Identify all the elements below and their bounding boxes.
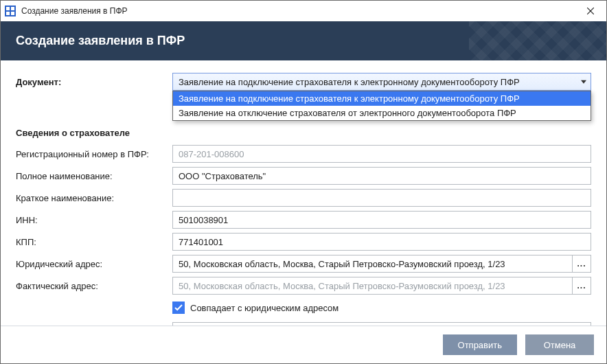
ellipsis-icon: ... [577,259,586,269]
document-option-disconnect[interactable]: Заявление на отключение страхователя от … [173,106,591,120]
input-full-name[interactable] [172,167,591,185]
page-header: Создание заявления в ПФР [1,21,606,60]
svg-rect-4 [11,12,14,15]
row-same-address: Совпадает с юридическим адресом [16,299,591,318]
label-short-name: Краткое наименование: [16,193,172,203]
actual-address-picker-button[interactable]: ... [572,277,591,295]
document-select-value: Заявление на подключение страхователя к … [179,77,520,87]
row-inn: ИНН: [16,211,591,229]
input-phone[interactable] [172,322,591,326]
submit-button[interactable]: Отправить [443,334,517,355]
input-inn[interactable] [172,211,591,229]
footer: Отправить Отмена [1,326,606,363]
legal-address-picker-button[interactable]: ... [572,255,591,273]
input-reg-number[interactable] [172,145,591,163]
titlebar: Создание заявления в ПФР [1,1,606,21]
input-short-name[interactable] [172,189,591,207]
row-short-name: Краткое наименование: [16,189,591,207]
input-actual-address[interactable] [172,277,572,295]
label-kpp: КПП: [16,237,172,247]
label-document: Документ: [16,77,172,87]
input-legal-address[interactable] [172,255,572,273]
cancel-button[interactable]: Отмена [525,334,594,355]
window: Создание заявления в ПФР Создание заявле… [0,0,607,364]
content-area: Документ: Заявление на подключение страх… [1,60,606,326]
chevron-down-icon [581,80,586,84]
svg-rect-2 [11,7,14,10]
row-document: Документ: Заявление на подключение страх… [16,73,591,91]
ellipsis-icon: ... [577,281,586,291]
window-close-button[interactable] [575,1,606,21]
section-insurer-title: Сведения о страхователе [16,128,591,138]
row-actual-address: Фактический адрес: ... [16,277,591,295]
input-kpp[interactable] [172,233,591,251]
page-title: Создание заявления в ПФР [16,34,185,47]
checkbox-same-address[interactable] [172,302,185,314]
window-title: Создание заявления в ПФР [21,6,575,16]
document-select[interactable]: Заявление на подключение страхователя к … [172,73,591,91]
row-phone: Телефон: [16,322,591,326]
svg-rect-3 [6,12,10,15]
label-legal-address: Юридический адрес: [16,259,172,269]
label-same-address: Совпадает с юридическим адресом [190,303,339,313]
app-icon [5,5,16,16]
svg-rect-1 [6,7,10,10]
document-dropdown: Заявление на подключение страхователя к … [172,91,591,121]
label-inn: ИНН: [16,215,172,225]
label-actual-address: Фактический адрес: [16,281,172,291]
label-full-name: Полное наименование: [16,171,172,181]
row-legal-address: Юридический адрес: ... [16,255,591,273]
row-kpp: КПП: [16,233,591,251]
row-reg-number: Регистрационный номер в ПФР: [16,145,591,163]
check-icon [174,304,183,311]
label-reg-number: Регистрационный номер в ПФР: [16,149,172,159]
row-full-name: Полное наименование: [16,167,591,185]
close-icon [587,8,594,14]
document-option-connect[interactable]: Заявление на подключение страхователя к … [173,91,591,106]
field-document: Заявление на подключение страхователя к … [172,73,591,91]
